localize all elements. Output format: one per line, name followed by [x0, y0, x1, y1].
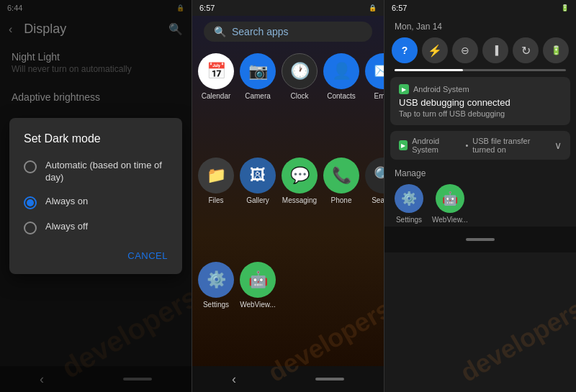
- app-label-files: Files: [208, 196, 223, 204]
- app-icon-files: 📁: [198, 158, 234, 193]
- chevron-down-icon: ∨: [554, 140, 562, 151]
- app-label-calendar: Calendar: [202, 92, 231, 100]
- app-item-settings[interactable]: ⚙️ Settings: [198, 262, 234, 360]
- status-bar-2: 6:57 🔒: [192, 0, 384, 16]
- app-icon-settings: ⚙️: [198, 262, 234, 298]
- notif-app-icon-2: ▶: [399, 140, 408, 150]
- manage-app-settings[interactable]: ⚙️ Settings: [395, 184, 423, 224]
- battery-icon-3: 🔋: [561, 4, 569, 12]
- dialog-option-automatic-label: Automatic (based on time of day): [45, 160, 168, 184]
- lock-icon-2: 🔒: [369, 4, 377, 12]
- radio-always-off[interactable]: [24, 222, 37, 234]
- brightness-slider-row: [384, 66, 576, 74]
- app-icon-messaging: 💬: [282, 158, 318, 193]
- app-label-phone: Phone: [331, 196, 352, 204]
- nav-bar-3: [384, 227, 576, 252]
- manage-label-webview...: WebView...: [432, 216, 468, 224]
- qs-tile-0[interactable]: ?: [392, 37, 418, 63]
- dark-mode-dialog: Set Dark mode Automatic (based on time o…: [9, 118, 182, 274]
- qs-tile-3[interactable]: ▐: [482, 37, 508, 63]
- qs-icon-4: ↻: [521, 44, 531, 58]
- notification-card-2[interactable]: ▶ Android System • USB file transfer tur…: [390, 131, 570, 160]
- notif-body-1: Tap to turn off USB debugging: [399, 109, 562, 118]
- app-label-camera: Camera: [245, 92, 271, 100]
- dialog-actions: CANCEL: [9, 240, 182, 268]
- nav-pill-2: [315, 378, 344, 380]
- app-icon-calendar: 📅: [198, 53, 234, 89]
- app-item-webview...[interactable]: 🤖 WebView...: [240, 262, 276, 360]
- brightness-slider[interactable]: [395, 69, 566, 71]
- notification-card-1[interactable]: ▶ Android System USB debugging connected…: [390, 77, 570, 125]
- app-item-clock[interactable]: 🕐 Clock: [282, 53, 318, 152]
- radio-automatic[interactable]: [24, 160, 37, 173]
- display-settings-panel: 6:44 🔒 ‹ Display 🔍 Night Light Will neve…: [0, 0, 192, 392]
- app-item-email[interactable]: ✉️ Email: [365, 53, 384, 152]
- dialog-overlay: Set Dark mode Automatic (based on time o…: [0, 0, 192, 392]
- manage-app-webview...[interactable]: 🤖 WebView...: [432, 184, 468, 224]
- app-item-messaging[interactable]: 💬 Messaging: [282, 158, 318, 256]
- dialog-title: Set Dark mode: [9, 132, 182, 154]
- app-icon-phone: 📞: [323, 158, 359, 193]
- app-search-bar[interactable]: 🔍 Search apps: [204, 22, 372, 42]
- manage-title: Manage: [395, 168, 566, 178]
- manage-icon-webview...: 🤖: [436, 184, 464, 213]
- radio-inner-dot: [27, 199, 34, 206]
- radio-always-on[interactable]: [24, 196, 37, 209]
- app-item-files[interactable]: 📁 Files: [198, 158, 234, 256]
- dialog-option-automatic[interactable]: Automatic (based on time of day): [9, 154, 182, 190]
- app-item-calendar[interactable]: 📅 Calendar: [198, 53, 234, 152]
- status-icons-3: 🔋: [561, 4, 569, 12]
- qs-tile-4[interactable]: ↻: [513, 37, 539, 63]
- app-icon-email: ✉️: [365, 53, 384, 89]
- search-apps-placeholder: Search apps: [232, 26, 289, 37]
- dialog-option-always-on[interactable]: Always on: [9, 190, 182, 215]
- app-label-clock: Clock: [290, 92, 308, 100]
- qs-icon-3: ▐: [492, 45, 499, 55]
- play-icon: ▶: [402, 86, 406, 93]
- app-icon-gallery: 🖼: [240, 158, 276, 193]
- app-label-search: Search: [372, 196, 384, 204]
- app-label-email: Email: [374, 92, 384, 100]
- dialog-option-always-off-label: Always off: [45, 221, 88, 233]
- app-item-camera[interactable]: 📷 Camera: [240, 53, 276, 152]
- app-drawer-panel: 6:57 🔒 🔍 Search apps 📅 Calendar 📷 Camera…: [192, 0, 384, 392]
- app-label-settings: Settings: [203, 301, 229, 309]
- app-item-gallery[interactable]: 🖼 Gallery: [240, 158, 276, 256]
- qs-icon-1: ⚡: [428, 44, 442, 58]
- dialog-option-always-off[interactable]: Always off: [9, 215, 182, 240]
- qs-tile-5[interactable]: 🔋: [543, 37, 569, 63]
- app-label-gallery: Gallery: [246, 196, 269, 204]
- status-time-2: 6:57: [199, 4, 215, 12]
- status-bar-3: 6:57 🔋: [384, 0, 576, 16]
- app-item-phone[interactable]: 📞 Phone: [323, 158, 359, 256]
- app-grid: 📅 Calendar 📷 Camera 🕐 Clock 👤 Contacts ✉…: [192, 47, 384, 366]
- qs-tile-1[interactable]: ⚡: [422, 37, 448, 63]
- quick-settings-row: ? ⚡ ⊖ ▐ ↻ 🔋: [384, 35, 576, 66]
- watermark-3: developers: [455, 293, 576, 388]
- app-item-search[interactable]: 🔍 Search: [365, 158, 384, 256]
- notif-header-1: ▶ Android System: [399, 84, 562, 94]
- status-icons-2: 🔒: [369, 4, 377, 12]
- manage-apps-row: ⚙️ Settings 🤖 WebView...: [395, 184, 566, 224]
- app-icon-contacts: 👤: [323, 53, 359, 89]
- notif-app-icon-1: ▶: [399, 84, 409, 94]
- app-label-contacts: Contacts: [327, 92, 355, 100]
- notif-separator: •: [465, 141, 468, 150]
- play-icon-2: ▶: [401, 142, 405, 149]
- app-icon-camera: 📷: [240, 53, 276, 89]
- app-item-contacts[interactable]: 👤 Contacts: [323, 53, 359, 152]
- app-icon-clock: 🕐: [282, 53, 318, 89]
- notif-title-1: USB debugging connected: [399, 97, 562, 108]
- manage-section: Manage ⚙️ Settings 🤖 WebView...: [384, 163, 576, 227]
- notif-app-name-1: Android System: [413, 85, 469, 94]
- dialog-option-always-on-label: Always on: [45, 196, 88, 208]
- qs-icon-0: ?: [402, 45, 408, 56]
- app-icon-search: 🔍: [365, 158, 384, 193]
- panel2-content: 6:57 🔒 🔍 Search apps 📅 Calendar 📷 Camera…: [192, 0, 384, 392]
- cancel-button[interactable]: CANCEL: [122, 246, 174, 265]
- qs-icon-5: 🔋: [551, 45, 562, 55]
- qs-tile-2[interactable]: ⊖: [452, 37, 478, 63]
- manage-icon-settings: ⚙️: [395, 184, 423, 213]
- nav-back-icon-2[interactable]: ‹: [232, 372, 236, 387]
- qs-icon-2: ⊖: [461, 45, 469, 56]
